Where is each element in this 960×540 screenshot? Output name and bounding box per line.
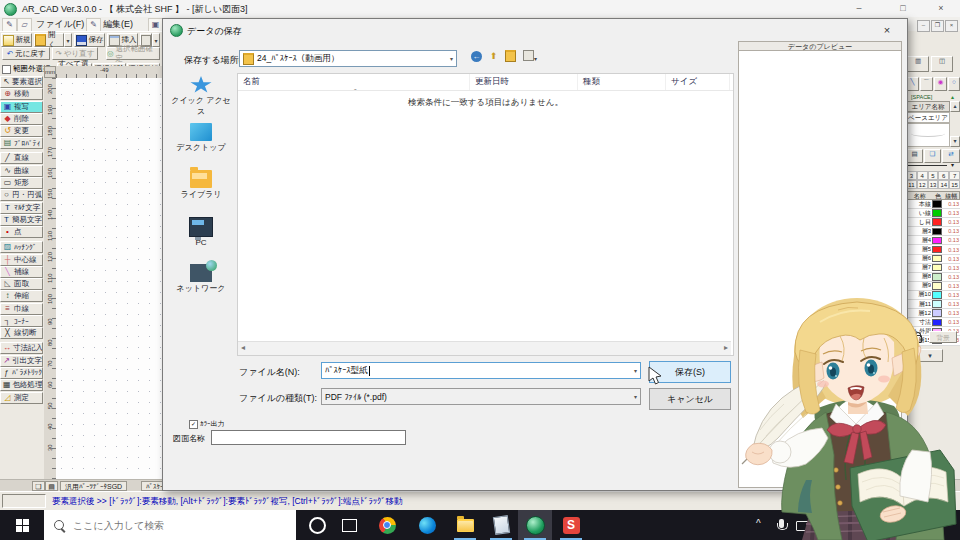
mdi-close-icon[interactable]: × [945, 20, 958, 32]
layer-number-cell[interactable]: 14 [938, 180, 949, 189]
save-button-toolbar[interactable]: 保存 [74, 33, 105, 47]
minimize-button[interactable]: – [846, 2, 872, 15]
layer-number-cell[interactable]: 7 [949, 171, 960, 180]
area-scroll-up[interactable]: ▴ [950, 101, 960, 112]
place-item[interactable]: ライブラリ [169, 170, 233, 214]
open-button[interactable]: 開く [34, 33, 64, 47]
layer-number-cell[interactable]: 5 [928, 171, 939, 180]
location-combobox[interactable]: 24_ﾊﾟｽｹｰｽ（動画用） ▾ [239, 50, 457, 67]
layer-number-cell[interactable]: 6 [938, 171, 949, 180]
stylus-icon[interactable]: ✎ [2, 18, 17, 32]
tool-button[interactable]: ↖要素選択 [0, 76, 43, 88]
doc-tab-1[interactable]: 汎用ﾊﾟｰﾂﾃﾞｰﾀSGD [60, 481, 127, 491]
column-header[interactable]: 更新日時 [470, 74, 578, 90]
chrome-button[interactable] [370, 510, 404, 540]
layer-icon-button1[interactable]: ▤ [906, 149, 923, 163]
filename-input[interactable]: ﾊﾟｽｹｰｽ型紙 ▾ [321, 362, 641, 379]
back-nav-icon[interactable]: ← [469, 50, 484, 64]
place-item[interactable]: ネットワーク [169, 264, 233, 308]
layer-number-cell[interactable]: 13 [928, 180, 939, 189]
tool-button[interactable]: ○円・円弧 [0, 189, 43, 201]
circle-icon[interactable]: ○ [948, 77, 960, 91]
layer-icon-button2[interactable]: ❏ [924, 149, 941, 163]
close-button[interactable]: × [928, 2, 954, 15]
confirm-selection-button[interactable]: ◎選択範囲確定 [106, 47, 160, 60]
tool-button[interactable]: ╲補線 [0, 266, 43, 278]
layer-number-cell[interactable]: 12 [917, 180, 928, 189]
arc-tool-icon[interactable]: ⌒ [920, 77, 933, 91]
s-app-button[interactable]: S [554, 510, 588, 540]
cortana-button[interactable] [300, 510, 334, 540]
arcad-app-button[interactable] [518, 510, 552, 540]
panel-icon-button[interactable]: ▥ [907, 56, 929, 72]
area-item-base[interactable]: ベースエリア [906, 112, 950, 123]
explorer-button[interactable] [448, 510, 482, 540]
area-scroll-down[interactable]: ▾ [950, 136, 960, 147]
tab-scroll-icon1[interactable]: ❏ [32, 481, 45, 491]
column-header[interactable]: 種類 [578, 74, 666, 90]
place-item[interactable]: PC [169, 217, 233, 261]
page-icon[interactable]: ▱ [17, 18, 32, 32]
layer-dropdown-arrow[interactable]: ▾ [951, 161, 954, 168]
taskbar-search[interactable] [44, 510, 296, 540]
tool-button[interactable]: ↗引出文字 [0, 355, 43, 367]
search-input[interactable] [71, 519, 255, 532]
tool-button[interactable]: ┐ｺｰﾅｰ [0, 315, 43, 327]
tool-button[interactable]: •点 [0, 226, 43, 238]
circle-dot-icon[interactable]: ◉ [934, 77, 947, 91]
pencil-icon[interactable]: ✎ [86, 18, 101, 32]
layer-number-cell[interactable]: 4 [917, 171, 928, 180]
tool-button[interactable]: ▨ﾊｯﾁﾝｸﾞ [0, 241, 43, 253]
mdi-minimize-icon[interactable]: – [917, 20, 930, 32]
tab-scroll-icon2[interactable]: ▤ [45, 481, 58, 491]
tool-button[interactable]: ↕伸縮 [0, 290, 43, 302]
tool-button[interactable]: ╳線切断 [0, 327, 43, 339]
view-menu-icon[interactable]: ▾ [520, 50, 540, 64]
tool-button[interactable]: T簡易文字 [0, 214, 43, 226]
notepad-button[interactable] [484, 510, 518, 540]
filetype-combobox[interactable]: PDF ﾌｧｲﾙ (*.pdf) ▾ [321, 388, 641, 405]
scroll-left-icon[interactable]: ◂ [241, 343, 245, 352]
tool-button[interactable]: ▭矩形 [0, 177, 43, 189]
tool-button[interactable]: ≡巾線 [0, 303, 43, 315]
open-dropdown[interactable]: ▾ [64, 33, 72, 47]
edge-button[interactable] [410, 510, 444, 540]
tool-button[interactable]: ▣複写 [0, 101, 43, 113]
menu-file[interactable]: ファイル(F) [33, 18, 87, 30]
menu-edit[interactable]: 編集(E) [100, 18, 136, 30]
edge-icon [419, 517, 436, 534]
up-folder-icon[interactable]: ⬆ [486, 50, 501, 64]
tool-button[interactable]: Tﾏﾙﾁ文字 [0, 202, 43, 214]
ruler-number: 50 [47, 399, 53, 409]
tool-button[interactable]: ↔寸法記入 [0, 342, 43, 354]
task-view-button[interactable] [332, 510, 366, 540]
tool-button[interactable]: ◺面取 [0, 278, 43, 290]
tool-button[interactable]: ◆削除 [0, 113, 43, 125]
tool-button[interactable]: ┼中心線 [0, 254, 43, 266]
place-item[interactable]: デスクトップ [169, 123, 233, 167]
tool-button[interactable]: ◿測定 [0, 392, 43, 404]
panel-icon-button2[interactable]: ◫ [931, 56, 953, 72]
column-header[interactable]: サイズ [666, 74, 730, 90]
tool-button[interactable]: ╱直線 [0, 152, 43, 164]
start-button[interactable] [0, 510, 44, 540]
mdi-restore-icon[interactable]: ❐ [931, 20, 944, 32]
cortana-icon [309, 517, 326, 534]
maximize-button[interactable]: □ [890, 2, 916, 15]
tool-button[interactable]: ⊕移動 [0, 88, 43, 100]
undo-button[interactable]: ↶元に戻す [2, 47, 50, 60]
dialog-close-icon[interactable]: × [873, 23, 901, 39]
file-columns-header: 名前更新日時種類サイズ [238, 74, 733, 91]
tool-button[interactable]: ▦包絡処理 [0, 379, 43, 391]
tool-button[interactable]: ↺変更 [0, 125, 43, 137]
layer-number-cell[interactable]: 15 [949, 180, 960, 189]
color-output-checkbox[interactable]: ✓ ｶﾗｰ出力 [189, 419, 225, 429]
drawing-name-input[interactable] [211, 430, 406, 445]
new-button[interactable]: 新規 [1, 33, 32, 47]
new-folder-icon[interactable] [503, 50, 518, 64]
tool-button[interactable]: ▤ﾌﾟﾛﾊﾟﾃｨ [0, 137, 43, 149]
place-item[interactable]: クイック アクセス [169, 76, 233, 120]
tool-button[interactable]: ƒﾊﾟﾗﾒﾄﾘｯｸ [0, 367, 43, 379]
area-preview-thumb [906, 123, 950, 147]
tool-button[interactable]: ∿曲線 [0, 165, 43, 177]
